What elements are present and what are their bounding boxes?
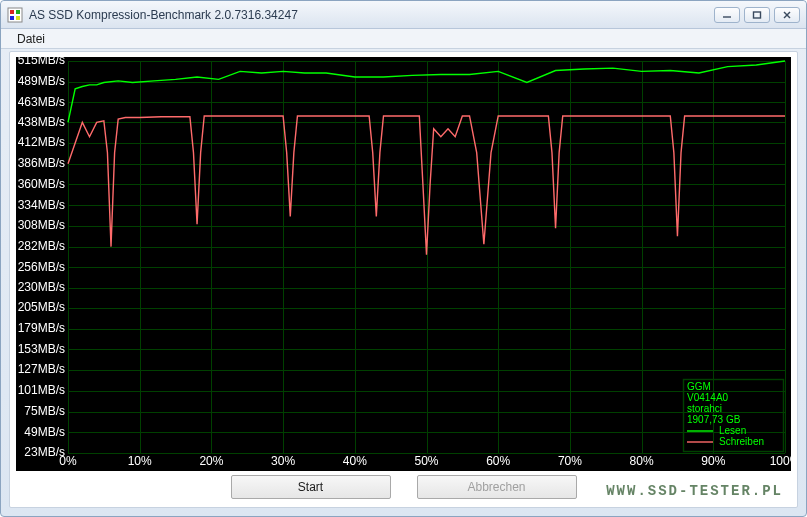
svg-rect-6: [754, 12, 761, 18]
compression-chart: [16, 57, 791, 471]
menu-datei[interactable]: Datei: [11, 30, 51, 48]
window-buttons: [714, 7, 800, 23]
start-button[interactable]: Start: [231, 475, 391, 499]
watermark: www.ssd-tester.pl: [606, 483, 783, 499]
abort-button: Abbrechen: [417, 475, 577, 499]
window-title: AS SSD Kompression-Benchmark 2.0.7316.34…: [29, 8, 714, 22]
svg-rect-1: [10, 10, 14, 14]
app-window: AS SSD Kompression-Benchmark 2.0.7316.34…: [0, 0, 807, 517]
titlebar: AS SSD Kompression-Benchmark 2.0.7316.34…: [1, 1, 806, 29]
chart-area: [16, 57, 791, 471]
svg-rect-3: [10, 16, 14, 20]
close-button[interactable]: [774, 7, 800, 23]
svg-rect-4: [16, 16, 20, 20]
svg-rect-2: [16, 10, 20, 14]
menubar: Datei: [1, 29, 806, 49]
client-area: Start Abbrechen www.ssd-tester.pl: [9, 51, 798, 508]
minimize-button[interactable]: [714, 7, 740, 23]
app-icon: [7, 7, 23, 23]
maximize-button[interactable]: [744, 7, 770, 23]
